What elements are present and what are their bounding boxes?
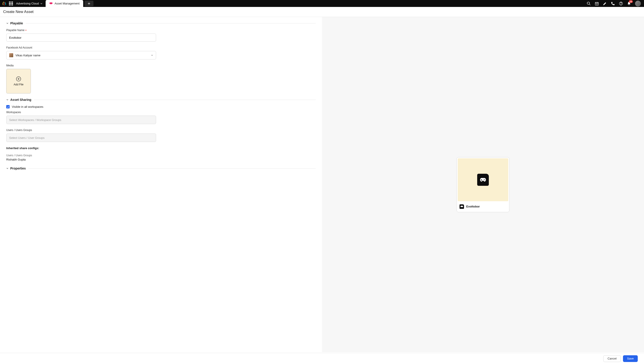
visible-label: Visible in all workspaces bbox=[12, 105, 44, 108]
inherited-users-value: Rishabh Gupta bbox=[6, 158, 316, 161]
users-placeholder: Select Users / User Groups bbox=[9, 136, 44, 140]
section-title: Asset Sharing bbox=[10, 98, 31, 102]
svg-point-8 bbox=[484, 179, 484, 180]
svg-point-0 bbox=[587, 2, 590, 4]
preview-card: Evoltobor bbox=[456, 157, 510, 212]
phone-icon[interactable] bbox=[611, 2, 615, 6]
tab-asset-management[interactable]: Asset Management bbox=[46, 0, 83, 7]
help-icon[interactable] bbox=[619, 2, 623, 6]
search-icon[interactable] bbox=[587, 2, 591, 6]
plus-icon bbox=[88, 2, 90, 5]
section-sharing-header[interactable]: Asset Sharing bbox=[6, 98, 316, 102]
form-panel: Playable Playable Name • Facebook Ad Acc… bbox=[0, 17, 322, 352]
preview-thumbnail bbox=[458, 158, 508, 201]
inherited-users-label: Users / Users Groups bbox=[6, 154, 316, 157]
apps-menu-icon[interactable] bbox=[9, 2, 13, 6]
add-file-label: Add File bbox=[14, 83, 24, 86]
users-label: Users / Users Groups bbox=[6, 128, 316, 132]
page-header: Create New Asset bbox=[0, 7, 644, 17]
svg-point-9 bbox=[484, 180, 485, 180]
ad-account-select[interactable]: Vikas Katiyar name bbox=[6, 51, 156, 60]
gamepad-icon bbox=[480, 178, 486, 182]
account-avatar bbox=[9, 53, 13, 57]
section-title: Playable bbox=[10, 22, 23, 25]
section-playable-header[interactable]: Playable bbox=[6, 22, 316, 25]
gamepad-icon bbox=[460, 206, 463, 208]
visible-all-checkbox[interactable]: Visible in all workspaces bbox=[6, 105, 316, 108]
inbox-icon bbox=[49, 2, 53, 5]
tab-label: Asset Management bbox=[54, 2, 80, 5]
preview-panel: Evoltobor bbox=[322, 17, 644, 352]
notification-badge: 13 bbox=[629, 0, 633, 3]
top-bar: Advertising Cloud Asset Management 15 bbox=[0, 0, 644, 7]
divider bbox=[34, 100, 316, 100]
playable-type-icon bbox=[460, 204, 464, 209]
media-dropzone[interactable]: Add File bbox=[6, 69, 31, 94]
chevron-down-icon bbox=[6, 98, 8, 101]
playable-name-input[interactable] bbox=[6, 34, 156, 42]
divider bbox=[26, 23, 316, 24]
edit-icon[interactable] bbox=[603, 2, 607, 6]
workspaces-label: Workspaces bbox=[6, 111, 316, 114]
plus-circle-icon bbox=[16, 76, 21, 82]
workspace-label: Advertising Cloud bbox=[16, 2, 39, 5]
chevron-down-icon bbox=[151, 54, 153, 56]
app-logo[interactable] bbox=[2, 1, 7, 6]
ad-account-value: Vikas Katiyar name bbox=[16, 54, 40, 57]
svg-rect-7 bbox=[481, 180, 482, 180]
section-properties-header[interactable]: Properties bbox=[6, 166, 316, 170]
new-tab-button[interactable] bbox=[84, 1, 94, 6]
section-title: Properties bbox=[10, 166, 26, 170]
required-indicator: • bbox=[25, 28, 26, 32]
page-title: Create New Asset bbox=[3, 10, 641, 14]
user-avatar[interactable] bbox=[635, 1, 641, 6]
workspace-selector[interactable]: Advertising Cloud bbox=[16, 2, 42, 5]
workspaces-select: Select Workspaces / Workspace Groups bbox=[6, 116, 156, 124]
chevron-down-icon bbox=[6, 22, 8, 24]
svg-text:15: 15 bbox=[596, 3, 598, 5]
chevron-down-icon bbox=[6, 167, 8, 170]
users-select: Select Users / User Groups bbox=[6, 134, 156, 142]
divider bbox=[28, 168, 316, 168]
playable-file-icon bbox=[477, 174, 489, 186]
inherited-title: Inherited share configs: bbox=[6, 146, 316, 150]
chevron-down-icon bbox=[40, 2, 42, 5]
svg-point-4 bbox=[621, 4, 621, 4]
workspaces-placeholder: Select Workspaces / Workspace Groups bbox=[9, 118, 61, 122]
preview-name: Evoltobor bbox=[466, 205, 480, 208]
media-label: Media bbox=[6, 64, 316, 67]
checkbox-checked bbox=[6, 105, 10, 108]
calendar-icon[interactable]: 15 bbox=[595, 2, 599, 6]
ad-account-label: Facebook Ad Account bbox=[6, 46, 316, 49]
playable-name-label: Playable Name • bbox=[6, 28, 316, 32]
notifications-icon[interactable]: 13 bbox=[627, 2, 631, 6]
